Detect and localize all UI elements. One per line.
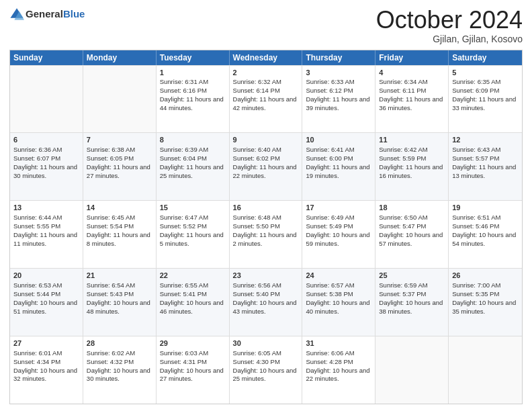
day-cell-12: 12Sunrise: 6:43 AMSunset: 5:57 PMDayligh…	[449, 133, 522, 200]
daylight-text: Daylight: 11 hours and 8 minutes.	[87, 231, 150, 247]
sunset-text: Sunset: 6:11 PM	[379, 87, 426, 94]
sunrise-text: Sunrise: 6:39 AM	[160, 146, 208, 153]
day-cell-8: 8Sunrise: 6:39 AMSunset: 6:04 PMDaylight…	[157, 133, 230, 200]
calendar-body: 1Sunrise: 6:31 AMSunset: 6:16 PMDaylight…	[10, 65, 522, 404]
header-right: October 2024 Gjilan, Gjilan, Kosovo	[376, 7, 523, 44]
sunset-text: Sunset: 5:57 PM	[452, 154, 499, 162]
calendar: SundayMondayTuesdayWednesdayThursdayFrid…	[9, 50, 523, 404]
sunrise-text: Sunrise: 6:41 AM	[306, 146, 354, 153]
day-cell-18: 18Sunrise: 6:50 AMSunset: 5:47 PMDayligh…	[375, 201, 449, 268]
sunrise-text: Sunrise: 6:57 AM	[306, 281, 354, 289]
sunset-text: Sunset: 5:49 PM	[306, 222, 353, 230]
sunset-text: Sunset: 5:37 PM	[379, 290, 426, 298]
day-cell-2: 2Sunrise: 6:32 AMSunset: 6:14 PMDaylight…	[230, 66, 303, 133]
day-number: 13	[13, 203, 79, 213]
day-number: 15	[160, 203, 226, 213]
day-number: 24	[306, 271, 371, 281]
sunrise-text: Sunrise: 6:48 AM	[233, 214, 281, 221]
sunrise-text: Sunrise: 6:54 AM	[87, 281, 135, 289]
daylight-text: Daylight: 11 hours and 13 minutes.	[452, 163, 516, 179]
day-header-friday: Friday	[375, 50, 449, 65]
logo: GeneralBlue	[9, 7, 85, 21]
day-header-wednesday: Wednesday	[230, 50, 303, 65]
daylight-text: Daylight: 11 hours and 39 minutes.	[306, 95, 369, 111]
daylight-text: Daylight: 10 hours and 48 minutes.	[87, 299, 150, 315]
day-cell-14: 14Sunrise: 6:45 AMSunset: 5:54 PMDayligh…	[83, 201, 157, 268]
sunrise-text: Sunrise: 6:31 AM	[160, 78, 208, 85]
day-number: 27	[13, 338, 79, 349]
day-cell-11: 11Sunrise: 6:42 AMSunset: 5:59 PMDayligh…	[375, 133, 449, 200]
day-number: 2	[233, 68, 299, 78]
sunrise-text: Sunrise: 6:53 AM	[13, 281, 62, 289]
sunrise-text: Sunrise: 6:33 AM	[306, 78, 354, 85]
day-number: 16	[233, 203, 299, 213]
sunset-text: Sunset: 6:16 PM	[160, 87, 207, 94]
day-number: 12	[452, 135, 519, 145]
sunrise-text: Sunrise: 6:38 AM	[87, 146, 135, 153]
day-number: 14	[87, 203, 152, 213]
daylight-text: Daylight: 10 hours and 59 minutes.	[306, 231, 369, 247]
day-cell-13: 13Sunrise: 6:44 AMSunset: 5:55 PMDayligh…	[10, 201, 83, 268]
day-number: 4	[379, 68, 445, 78]
daylight-text: Daylight: 11 hours and 19 minutes.	[306, 163, 369, 179]
day-header-sunday: Sunday	[10, 50, 83, 65]
day-cell-1: 1Sunrise: 6:31 AMSunset: 6:16 PMDaylight…	[157, 66, 230, 133]
day-number: 25	[379, 271, 445, 281]
daylight-text: Daylight: 10 hours and 25 minutes.	[233, 367, 297, 383]
sunrise-text: Sunrise: 6:34 AM	[379, 78, 427, 85]
calendar-header: SundayMondayTuesdayWednesdayThursdayFrid…	[10, 50, 522, 65]
day-cell-9: 9Sunrise: 6:40 AMSunset: 6:02 PMDaylight…	[230, 133, 303, 200]
daylight-text: Daylight: 11 hours and 2 minutes.	[233, 231, 297, 247]
daylight-text: Daylight: 10 hours and 38 minutes.	[379, 299, 443, 315]
day-number: 29	[160, 338, 226, 349]
day-number: 31	[306, 338, 371, 349]
logo-text-blue: Blue	[63, 8, 85, 19]
day-cell-5: 5Sunrise: 6:35 AMSunset: 6:09 PMDaylight…	[449, 66, 522, 133]
sunset-text: Sunset: 4:34 PM	[13, 358, 60, 365]
sunset-text: Sunset: 6:04 PM	[160, 154, 207, 162]
day-cell-28: 28Sunrise: 6:02 AMSunset: 4:32 PMDayligh…	[83, 336, 157, 404]
day-number: 10	[306, 135, 371, 145]
day-header-monday: Monday	[83, 50, 157, 65]
sunrise-text: Sunrise: 6:35 AM	[452, 78, 500, 85]
daylight-text: Daylight: 10 hours and 35 minutes.	[452, 299, 516, 315]
day-cell-22: 22Sunrise: 6:55 AMSunset: 5:41 PMDayligh…	[157, 269, 230, 336]
sunset-text: Sunset: 5:43 PM	[87, 290, 134, 298]
empty-cell	[10, 66, 83, 133]
sunset-text: Sunset: 6:12 PM	[306, 87, 353, 94]
day-number: 6	[13, 135, 79, 145]
sunset-text: Sunset: 4:28 PM	[306, 358, 353, 365]
day-number: 5	[452, 68, 519, 78]
day-cell-24: 24Sunrise: 6:57 AMSunset: 5:38 PMDayligh…	[302, 269, 375, 336]
sunset-text: Sunset: 5:52 PM	[160, 222, 207, 230]
empty-cell	[83, 66, 157, 133]
daylight-text: Daylight: 11 hours and 27 minutes.	[87, 163, 150, 179]
logo-icon	[9, 7, 24, 21]
daylight-text: Daylight: 10 hours and 43 minutes.	[233, 299, 297, 315]
sunset-text: Sunset: 6:00 PM	[306, 154, 353, 162]
daylight-text: Daylight: 10 hours and 54 minutes.	[452, 231, 516, 247]
sunrise-text: Sunrise: 6:03 AM	[160, 349, 208, 357]
sunrise-text: Sunrise: 6:50 AM	[379, 214, 427, 221]
day-number: 20	[13, 271, 79, 281]
day-cell-25: 25Sunrise: 6:59 AMSunset: 5:37 PMDayligh…	[375, 269, 449, 336]
day-number: 22	[160, 271, 226, 281]
day-cell-23: 23Sunrise: 6:56 AMSunset: 5:40 PMDayligh…	[230, 269, 303, 336]
day-number: 11	[379, 135, 445, 145]
sunset-text: Sunset: 5:50 PM	[233, 222, 280, 230]
sunrise-text: Sunrise: 6:55 AM	[160, 281, 208, 289]
sunrise-text: Sunrise: 6:56 AM	[233, 281, 281, 289]
day-number: 8	[160, 135, 226, 145]
header: GeneralBlue October 2024 Gjilan, Gjilan,…	[9, 7, 523, 44]
sunset-text: Sunset: 5:41 PM	[160, 290, 207, 298]
day-number: 28	[87, 338, 152, 349]
sunset-text: Sunset: 6:02 PM	[233, 154, 280, 162]
sunset-text: Sunset: 5:55 PM	[13, 222, 60, 230]
week-row-5: 27Sunrise: 6:01 AMSunset: 4:34 PMDayligh…	[10, 336, 522, 404]
day-cell-3: 3Sunrise: 6:33 AMSunset: 6:12 PMDaylight…	[302, 66, 375, 133]
day-number: 3	[306, 68, 371, 78]
day-cell-27: 27Sunrise: 6:01 AMSunset: 4:34 PMDayligh…	[10, 336, 83, 404]
day-number: 9	[233, 135, 299, 145]
day-cell-10: 10Sunrise: 6:41 AMSunset: 6:00 PMDayligh…	[302, 133, 375, 200]
sunset-text: Sunset: 4:31 PM	[160, 358, 207, 365]
